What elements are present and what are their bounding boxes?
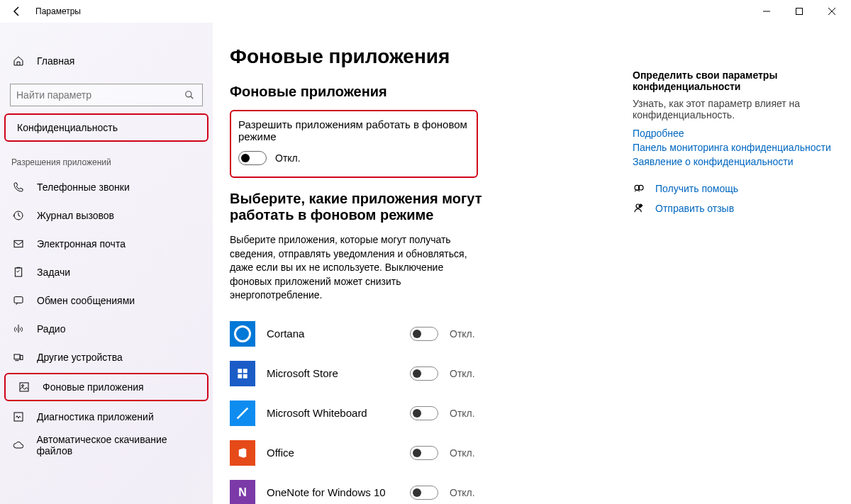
radio-icon: [11, 322, 26, 336]
home-icon: [11, 54, 26, 68]
sidebar-item-radio[interactable]: Радио: [0, 315, 213, 343]
aside-link[interactable]: Подробнее: [633, 128, 831, 139]
feedback-icon: [633, 203, 645, 214]
app-toggle-state: Откл.: [450, 408, 485, 419]
app-toggle-state: Откл.: [450, 487, 485, 498]
search-input[interactable]: [16, 89, 182, 101]
svg-point-4: [186, 91, 191, 97]
aside-link[interactable]: Панель мониторинга конфиденциальности: [633, 142, 831, 153]
tasks-icon: [11, 265, 26, 279]
window-title: Параметры: [35, 6, 81, 16]
app-row-store: Microsoft StoreОткл.: [230, 354, 485, 393]
app-toggle-state: Откл.: [450, 447, 485, 459]
aside-text: Узнать, как этот параметр влияет на конф…: [633, 98, 831, 121]
allow-background-block: Разрешить приложениям работать в фоновом…: [230, 110, 478, 178]
sidebar: Главная Конфиденциальность Разрешения пр…: [0, 23, 213, 504]
svg-rect-13: [20, 383, 28, 391]
allow-label: Разрешить приложениям работать в фоновом…: [238, 118, 469, 142]
sidebar-category-label: Конфиденциальность: [17, 122, 118, 133]
feedback-link[interactable]: Отправить отзыв: [655, 203, 734, 214]
help-link[interactable]: Получить помощь: [655, 183, 738, 194]
sidebar-item-label: Радио: [37, 323, 65, 335]
svg-rect-1: [796, 9, 803, 15]
svg-rect-17: [243, 369, 247, 373]
sidebar-item-label: Диагностика приложений: [37, 411, 154, 422]
main-area: Фоновые приложения Фоновые приложения Ра…: [213, 23, 851, 504]
sidebar-item-mail[interactable]: Электронная почта: [0, 230, 213, 258]
help-icon: [633, 183, 645, 194]
app-toggle[interactable]: [410, 366, 438, 381]
app-toggle[interactable]: [410, 486, 438, 500]
sidebar-item-label: Автоматическое скачивание файлов: [36, 434, 201, 457]
sidebar-item-cloud[interactable]: Автоматическое скачивание файлов: [0, 431, 213, 459]
maximize-button[interactable]: [783, 0, 816, 23]
aside-link[interactable]: Заявление о конфиденциальности: [633, 156, 831, 167]
app-name: Microsoft Store: [267, 367, 410, 379]
svg-rect-9: [14, 297, 23, 303]
svg-rect-7: [14, 240, 23, 247]
diagnostics-icon: [11, 410, 26, 424]
sidebar-item-background[interactable]: Фоновые приложения: [4, 373, 208, 401]
minimize-button[interactable]: [750, 0, 783, 23]
sidebar-item-phone[interactable]: Телефонные звонки: [0, 173, 213, 201]
aside: Определить свои параметры конфиденциальн…: [633, 37, 831, 504]
search-box[interactable]: [10, 84, 203, 106]
app-row-office: OfficeОткл.: [230, 433, 485, 473]
sidebar-item-label: Обмен сообщениями: [37, 295, 135, 306]
sidebar-category-privacy[interactable]: Конфиденциальность: [4, 113, 208, 142]
office-app-icon: [230, 440, 255, 466]
history-icon: [11, 208, 26, 223]
sidebar-item-message[interactable]: Обмен сообщениями: [0, 286, 213, 315]
app-row-cortana: CortanaОткл.: [230, 314, 485, 354]
svg-rect-11: [21, 355, 23, 359]
app-name: OneNote for Windows 10: [267, 486, 410, 498]
app-name: Microsoft Whiteboard: [267, 407, 410, 419]
sidebar-item-label: Задачи: [37, 267, 70, 278]
page-title: Фоновые приложения: [230, 45, 611, 68]
sidebar-item-history[interactable]: Журнал вызовов: [0, 201, 213, 230]
master-toggle-state: Откл.: [275, 152, 301, 164]
phone-icon: [11, 180, 26, 194]
back-button[interactable]: [3, 0, 31, 23]
svg-point-14: [22, 385, 24, 387]
app-toggle[interactable]: [410, 406, 438, 420]
section1-title: Фоновые приложения: [230, 84, 611, 100]
sidebar-item-label: Фоновые приложения: [43, 381, 144, 393]
app-toggle[interactable]: [410, 327, 438, 341]
sidebar-item-diagnostics[interactable]: Диагностика приложений: [0, 403, 213, 431]
app-toggle[interactable]: [410, 446, 438, 460]
sidebar-item-label: Другие устройства: [37, 352, 123, 363]
sidebar-item-label: Журнал вызовов: [37, 210, 114, 221]
store-app-icon: [230, 361, 255, 386]
section2-title: Выберите, какие приложения могут работат…: [230, 191, 542, 223]
aside-title: Определить свои параметры конфиденциальн…: [633, 69, 831, 92]
cortana-app-icon: [230, 321, 255, 347]
sidebar-group-label: Разрешения приложений: [0, 145, 213, 173]
sidebar-home[interactable]: Главная: [0, 47, 213, 75]
sidebar-item-label: Телефонные звонки: [37, 181, 130, 193]
svg-rect-19: [243, 374, 247, 379]
svg-rect-16: [238, 369, 242, 373]
app-toggle-state: Откл.: [450, 368, 485, 379]
section2-desc: Выберите приложения, которые могут получ…: [230, 233, 485, 303]
devices-icon: [11, 350, 26, 364]
cloud-icon: [11, 438, 25, 452]
svg-rect-18: [238, 374, 242, 379]
sidebar-item-label: Электронная почта: [37, 238, 126, 250]
onenote-app-icon: N: [230, 480, 255, 504]
master-toggle[interactable]: [238, 151, 267, 165]
search-icon: [182, 90, 196, 100]
app-row-whiteboard: Microsoft WhiteboardОткл.: [230, 393, 485, 433]
svg-line-5: [191, 96, 194, 99]
whiteboard-app-icon: [230, 401, 255, 426]
message-icon: [11, 293, 26, 308]
svg-rect-15: [14, 413, 23, 421]
app-toggle-state: Откл.: [450, 328, 485, 340]
sidebar-item-tasks[interactable]: Задачи: [0, 258, 213, 286]
close-button[interactable]: [816, 0, 848, 23]
svg-rect-8: [15, 268, 21, 276]
background-icon: [17, 380, 31, 394]
app-name: Cortana: [267, 327, 410, 340]
sidebar-item-devices[interactable]: Другие устройства: [0, 343, 213, 371]
mail-icon: [11, 237, 26, 251]
